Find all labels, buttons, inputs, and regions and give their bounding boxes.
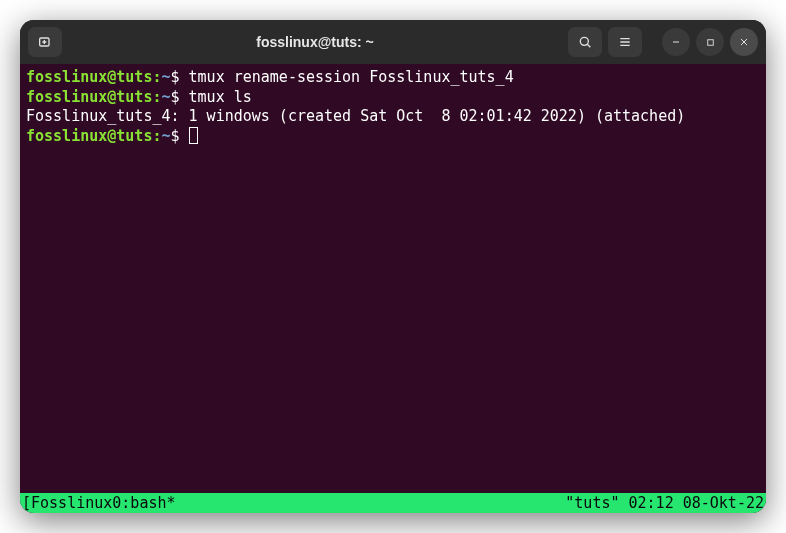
search-button[interactable] <box>568 27 602 57</box>
maximize-button[interactable] <box>696 28 724 56</box>
prompt-dollar: $ <box>171 68 180 86</box>
prompt-path: ~ <box>161 88 170 106</box>
window-title: fosslinux@tuts: ~ <box>68 34 562 50</box>
terminal-line: fosslinux@tuts:~$ tmux rename-session Fo… <box>26 68 760 88</box>
prompt-path: ~ <box>161 127 170 145</box>
terminal-line: Fosslinux_tuts_4: 1 windows (created Sat… <box>26 107 760 127</box>
prompt-path: ~ <box>161 68 170 86</box>
command-text: tmux rename-session Fosslinux_tuts_4 <box>189 68 514 86</box>
prompt-dollar: $ <box>171 127 180 145</box>
prompt-user: fosslinux@tuts <box>26 127 152 145</box>
titlebar: fosslinux@tuts: ~ <box>20 20 766 64</box>
command-text: tmux ls <box>189 88 252 106</box>
terminal-line: fosslinux@tuts:~$ tmux ls <box>26 88 760 108</box>
minimize-icon <box>670 36 682 48</box>
output-text: Fosslinux_tuts_4: 1 windows (created Sat… <box>26 107 685 125</box>
new-tab-button[interactable] <box>28 27 62 57</box>
svg-line-4 <box>587 44 590 47</box>
prompt-dollar: $ <box>171 88 180 106</box>
tmux-status-bar: [Fosslinux0:bash* "tuts" 02:12 08-Okt-22 <box>20 493 766 513</box>
minimize-button[interactable] <box>662 28 690 56</box>
hamburger-icon <box>617 34 633 50</box>
prompt-user: fosslinux@tuts <box>26 88 152 106</box>
tmux-status-left: [Fosslinux0:bash* <box>22 493 176 513</box>
cursor <box>189 127 198 144</box>
close-icon <box>738 36 750 48</box>
prompt-user: fosslinux@tuts <box>26 68 152 86</box>
svg-rect-9 <box>707 39 713 45</box>
maximize-icon <box>705 37 716 48</box>
menu-button[interactable] <box>608 27 642 57</box>
terminal-window: fosslinux@tuts: ~ <box>20 20 766 513</box>
terminal-content[interactable]: fosslinux@tuts:~$ tmux rename-session Fo… <box>20 64 766 493</box>
tmux-status-right: "tuts" 02:12 08-Okt-22 <box>565 493 764 513</box>
close-button[interactable] <box>730 28 758 56</box>
search-icon <box>577 34 593 50</box>
svg-point-3 <box>580 37 588 45</box>
terminal-line: fosslinux@tuts:~$ <box>26 127 760 147</box>
plus-tab-icon <box>37 34 53 50</box>
